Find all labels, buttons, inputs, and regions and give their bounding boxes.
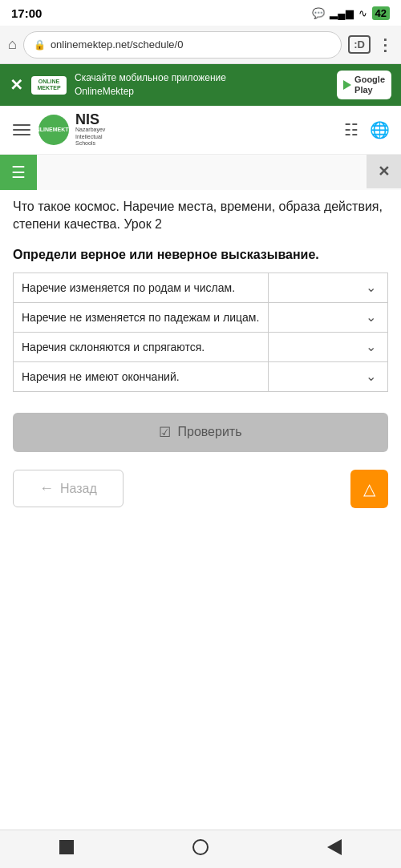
dropdown-wrapper-4: Верное Неверное ⌄ [277,370,379,383]
back-button[interactable]: ← Назад [13,470,124,507]
check-label: Проверить [177,425,241,439]
browser-home-button[interactable]: ⌂ [8,36,17,53]
back-arrow-icon: ← [39,480,54,497]
play-triangle-icon [343,80,351,90]
wifi-icon: ∿ [358,7,367,19]
check-button-row: ☑ Проверить [0,398,401,463]
dropdown-wrapper-2: Верное Неверное ⌄ [277,311,379,324]
menu-line-2 [13,129,30,131]
statement-2-select-cell[interactable]: Верное Неверное ⌄ [268,302,387,332]
statements-table: Наречие изменяется по родам и числам. Ве… [13,273,388,392]
banner-close-button[interactable]: ✕ [10,75,23,95]
whatsapp-icon: 💬 [312,7,325,19]
status-bar: 17:00 💬 ▂▄▆ ∿ 42 [0,0,401,26]
bottom-nav [0,830,401,868]
sidebar-toggle-row: ☰ ✕ [0,155,401,190]
statement-4-text: Наречия не имеют окончаний. [14,361,269,391]
lock-icon: 🔒 [34,39,46,50]
back-label: Назад [60,482,97,496]
status-time: 17:00 [11,6,42,20]
warning-triangle-icon: △ [363,480,375,498]
browser-tab-button[interactable]: :D [348,35,371,54]
app-banner: ✕ ONLINE MEKTEP Скачайте мобильное прило… [0,64,401,106]
browser-bar: ⌂ 🔒 onlinemektep.net/schedule/0 :D ⋮ [0,26,401,64]
statement-2-text: Наречие не изменяется по падежам и лицам… [14,302,269,332]
grid-view-button[interactable]: ☷ [344,120,358,139]
site-logo: ONLINE MEKTEP [38,115,69,145]
nis-logo: NIS Nazarbayev Intellectual Schools [75,112,105,147]
check-icon: ☑ [159,424,171,441]
table-row: Наречия не имеют окончаний. Верное Невер… [14,361,388,391]
check-button[interactable]: ☑ Проверить [13,413,388,452]
warning-button[interactable]: △ [350,470,388,508]
nav-home-button[interactable] [176,834,225,864]
table-row: Наречие изменяется по родам и числам. Ве… [14,273,388,302]
triangle-icon [327,839,342,855]
dropdown-wrapper-3: Верное Неверное ⌄ [277,341,379,353]
task-heading: Определи верное или неверное высказывани… [13,246,388,264]
browser-more-button[interactable]: ⋮ [377,35,393,55]
statement-4-select-cell[interactable]: Верное Неверное ⌄ [268,361,387,391]
statement-2-dropdown[interactable]: Верное Неверное [277,311,379,324]
statement-1-select-cell[interactable]: Верное Неверное ⌄ [268,273,387,302]
statement-1-text: Наречие изменяется по родам и числам. [14,273,269,302]
statement-1-dropdown[interactable]: Верное Неверное [277,281,379,294]
content-area: ☰ ✕ Что такое космос. Наречие места, вре… [0,155,401,519]
banner-logo: ONLINE MEKTEP [31,76,67,95]
header-left: ONLINE MEKTEP NIS Nazarbayev Intellectua… [11,112,105,147]
lesson-title: Что такое космос. Наречие места, времени… [0,190,401,237]
status-icons: 💬 ▂▄▆ ∿ 42 [312,6,390,20]
statement-4-dropdown[interactable]: Верное Неверное [277,370,379,383]
circle-icon [192,839,209,855]
statement-3-text: Наречия склоняются и спрягаются. [14,332,269,361]
statement-3-select-cell[interactable]: Верное Неверное ⌄ [268,332,387,361]
banner-text: Скачайте мобильное приложение OnlineMekt… [75,71,329,99]
battery-icon: 42 [372,6,390,20]
logo-line2: MEKTEP [53,127,76,133]
url-text: onlinemektep.net/schedule/0 [51,38,184,50]
table-row: Наречия склоняются и спрягаются. Верное … [14,332,388,361]
task-section: Определи верное или неверное высказывани… [0,236,401,398]
header-right: ☷ 🌐 [344,120,390,139]
nav-square-button[interactable] [43,835,90,863]
menu-line-1 [13,124,30,126]
nav-back-button[interactable] [311,834,358,864]
url-bar[interactable]: 🔒 onlinemektep.net/schedule/0 [23,31,342,59]
dropdown-wrapper-1: Верное Неверное ⌄ [277,281,379,294]
google-play-button[interactable]: Google Play [337,71,391,99]
language-button[interactable]: 🌐 [370,120,390,139]
table-row: Наречие не изменяется по падежам и лицам… [14,302,388,332]
logo-line1: ONLINE [31,127,52,133]
back-button-row: ← Назад △ [0,463,401,519]
menu-line-3 [13,134,30,135]
hamburger-menu-button[interactable] [11,123,32,137]
square-icon [59,840,74,854]
statement-3-dropdown[interactable]: Верное Неверное [277,341,379,353]
sidebar-toggle-green-button[interactable]: ☰ [0,155,37,190]
signal-icon: ▂▄▆ [330,7,353,19]
sidebar-close-button[interactable]: ✕ [367,155,401,188]
google-play-label: Google Play [354,75,385,95]
site-header: ONLINE MEKTEP NIS Nazarbayev Intellectua… [0,106,401,154]
